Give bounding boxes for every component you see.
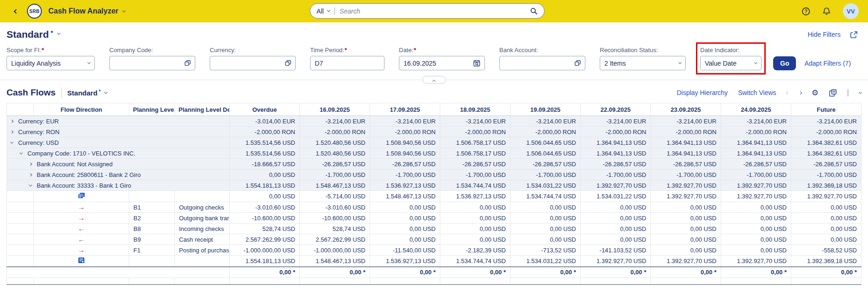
column-header-24-09-2025[interactable]: 24.09.2025	[721, 103, 791, 116]
collapse-node-icon[interactable]	[10, 140, 13, 143]
app-title-menu[interactable]: Cash Flow Analyzer	[48, 7, 125, 15]
switch-views-button[interactable]: Switch Views	[738, 89, 776, 96]
notifications-bell-icon[interactable]	[822, 7, 831, 16]
chevron-down-icon[interactable]	[88, 62, 90, 64]
column-header-overdue[interactable]: Overdue	[230, 103, 300, 116]
bank-account-input[interactable]	[499, 56, 585, 70]
table-variant-selector[interactable]: Standard *	[67, 89, 107, 97]
table-row[interactable]: →B1Outgoing checks-3.010,60 USD-3.010,60…	[7, 202, 861, 213]
help-icon[interactable]: ?	[802, 7, 810, 16]
group-header-cell: Currency: RON	[7, 127, 230, 137]
date-indicator-input[interactable]: Value Date	[700, 56, 762, 70]
amount-cell: 1.392.927,70 USD	[581, 256, 651, 267]
table-row[interactable]: 1.554.181,13 USD1.548.467,13 USD1.536.92…	[7, 256, 861, 267]
chevron-down-icon[interactable]	[755, 62, 757, 64]
empty-cell	[651, 278, 721, 285]
currency-input[interactable]	[210, 56, 296, 70]
table-row[interactable]: Bank Account: 33333 - Bank 1 Giro1.554.1…	[7, 180, 861, 191]
table-row[interactable]: →F1Posting of purchasi...-1.000.000,00 U…	[7, 245, 861, 256]
table-row[interactable]: Currency: EUR-3.014,00 EUR-3.214,00 EUR-…	[7, 116, 861, 127]
column-header-22-09-2025[interactable]: 22.09.2025	[581, 103, 651, 116]
search-divider	[334, 7, 335, 15]
go-button[interactable]: Go	[773, 56, 796, 70]
expand-node-icon[interactable]	[29, 173, 32, 176]
table-row[interactable]: ←B8Incoming checks528,74 USD528,74 USD0,…	[7, 224, 861, 234]
adapt-filters-button[interactable]: Adapt Filters (7)	[804, 60, 851, 67]
filter-field-date: Date:*16.09.2025	[399, 47, 485, 70]
company-code-input[interactable]	[109, 56, 195, 70]
amount-cell: 0,00 USD	[721, 234, 791, 245]
reconciliation-status-input[interactable]: 2 Items	[600, 56, 686, 70]
chevron-down-icon	[57, 32, 60, 35]
totals-row: 0,00 *0,00 *0,00 *0,00 *0,00 *0,00 *0,00…	[7, 267, 861, 278]
variant-selector[interactable]: Standard *	[7, 29, 60, 40]
column-header-19-09-2025[interactable]: 19.09.2025	[510, 103, 581, 116]
scope-for-fi-input[interactable]: Liquidity Analysis	[7, 56, 95, 70]
chevron-down-icon[interactable]	[679, 62, 681, 64]
column-header-planning-level-des[interactable]: Planning Level Des...	[175, 103, 230, 116]
hide-filters-button[interactable]: Hide Filters	[808, 31, 841, 38]
date-input[interactable]: 16.09.2025	[399, 56, 485, 70]
table-row[interactable]: Company Code: 1710 - VELOTICS INC.1.535.…	[7, 148, 861, 159]
share-icon[interactable]	[850, 31, 858, 39]
display-hierarchy-button[interactable]: Display Hierarchy	[677, 89, 728, 96]
expand-node-icon[interactable]	[10, 130, 13, 133]
amount-cell: -1.700,00 USD	[440, 169, 510, 180]
navigate-left-button[interactable]	[787, 92, 789, 94]
group-label: Currency: RON	[18, 129, 60, 136]
group-header-cell: Bank Account: 33333 - Bank 1 Giro	[7, 180, 230, 191]
value-help-icon[interactable]	[285, 60, 291, 66]
export-icon[interactable]	[829, 89, 837, 97]
amount-cell: 1.554.181,13 USD	[230, 180, 300, 191]
planning-level-description-cell: Incoming checks	[175, 224, 230, 234]
table-row[interactable]: Bank Account: Not Assigned-18.666,57 USD…	[7, 159, 861, 169]
settings-gear-icon[interactable]: ⚙	[812, 89, 819, 97]
table-row[interactable]: Currency: USD1.535.514,56 USD1.520.480,5…	[7, 137, 861, 148]
column-header-17-09-2025[interactable]: 17.09.2025	[370, 103, 440, 116]
date-picker-icon[interactable]	[473, 60, 480, 67]
table-row[interactable]: →B2Outgoing bank trans...-10.600,00 USD-…	[7, 213, 861, 224]
table-row[interactable]: 0,00 USD-5.714,00 USD1.548.467,13 USD1.5…	[7, 191, 861, 202]
table-variant-label: Standard	[67, 89, 98, 97]
incoming-flow-icon: ←	[78, 235, 85, 243]
value-help-icon[interactable]	[575, 60, 581, 66]
back-button[interactable]	[9, 5, 22, 18]
search-icon[interactable]	[530, 7, 537, 15]
collapse-node-icon[interactable]	[29, 183, 32, 186]
column-header-16-09-2025[interactable]: 16.09.2025	[300, 103, 370, 116]
flow-direction-cell: →	[34, 245, 129, 256]
collapse-header-button[interactable]	[423, 76, 446, 84]
amount-cell: 0,00 USD	[510, 224, 581, 234]
column-header-23-09-2025[interactable]: 23.09.2025	[651, 103, 721, 116]
totals-amount-cell: 0,00 *	[370, 267, 440, 278]
amount-cell: 0,00 USD	[440, 224, 510, 234]
collapse-node-icon[interactable]	[20, 151, 23, 154]
search-input[interactable]	[339, 7, 530, 15]
amount-cell: 528,74 USD	[230, 224, 300, 234]
expander-cell	[7, 256, 34, 267]
expand-node-icon[interactable]	[29, 162, 32, 165]
amount-cell: 1.536.927,13 USD	[370, 180, 440, 191]
amount-cell: 0,00 USD	[440, 202, 510, 213]
table-row[interactable]: ←B9Cash receipt2.567.262,99 USD2.567.262…	[7, 234, 861, 245]
table-row[interactable]: Bank Account: 25800611 - Bank 2 Giro0,00…	[7, 169, 861, 180]
value-help-icon[interactable]	[185, 60, 191, 66]
amount-cell: -3.010,60 USD	[300, 202, 370, 213]
expand-node-icon[interactable]	[10, 119, 13, 122]
amount-cell: 1.392.927,70 USD	[721, 256, 791, 267]
table-row[interactable]: Currency: RON-2.000,00 RON-2.000,00 RON-…	[7, 127, 861, 137]
export-menu-chevron[interactable]	[859, 92, 861, 94]
column-header-future[interactable]: Future	[791, 103, 861, 116]
expander-cell	[7, 224, 34, 234]
amount-cell: -2.000,00 RON	[370, 127, 440, 137]
search-scope-select[interactable]: All	[317, 7, 330, 15]
filter-label: Date Indicator:	[700, 47, 762, 54]
column-header-flow-direction[interactable]: Flow Direction	[34, 103, 129, 116]
column-header-planning-level[interactable]: Planning Level	[129, 103, 175, 116]
amount-cell: -1.700,00 USD	[721, 169, 791, 180]
amount-cell: 1.554.181,13 USD	[230, 256, 300, 267]
navigate-right-button[interactable]	[799, 92, 802, 94]
column-header-18-09-2025[interactable]: 18.09.2025	[440, 103, 510, 116]
time-period-input[interactable]: D7	[310, 56, 384, 70]
user-avatar[interactable]: VV	[843, 3, 859, 19]
